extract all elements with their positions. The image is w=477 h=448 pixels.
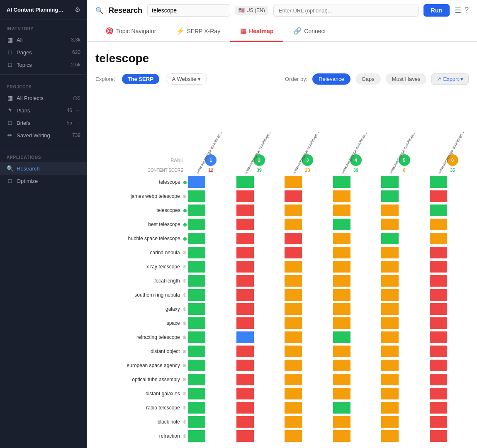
keyword-plus-btn[interactable]: ⊕ [183, 363, 187, 368]
keyword-plus-btn[interactable]: ⊕ [183, 377, 187, 382]
sidebar-item-research[interactable]: 🔍 Research [0, 162, 87, 175]
keyword-plus-btn[interactable]: ⊕ [183, 348, 187, 354]
heatmap-container: www.magicpage.com/blogs... www.magicpage… [95, 91, 469, 443]
run-button[interactable]: Run [423, 4, 450, 17]
heat-cell-4-0 [187, 231, 235, 246]
must-haves-btn[interactable]: Must Haves [386, 73, 427, 85]
sidebar-item-saved-writing-count: 739 [72, 132, 80, 138]
keyword-plus-btn[interactable]: ⊕ [183, 320, 187, 326]
website-btn[interactable]: A Website ▾ [166, 73, 207, 85]
sidebar-item-research-label: Research [17, 166, 80, 172]
heat-cell-18-0 [187, 429, 235, 443]
keyword-row-8: southern ring nebula ⊕ [95, 288, 469, 302]
sidebar-item-topics[interactable]: □ Topics 2.6k [0, 58, 87, 71]
tab-connect[interactable]: 🔗 Connect [283, 21, 336, 42]
serp-xray-icon: ⚡ [176, 27, 185, 35]
tab-heatmap-label: Heatmap [249, 28, 273, 34]
heat-cell-17-1 [235, 415, 284, 429]
sidebar-item-briefs[interactable]: □ Briefs 55 → [0, 117, 87, 129]
heat-cell-7-2 [283, 274, 332, 288]
keyword-plus-btn[interactable]: ⊕ [183, 433, 187, 439]
heat-block [429, 274, 448, 287]
keyword-label-13: european space agency ⊕ [95, 358, 187, 373]
heat-cell-6-4 [380, 260, 428, 274]
heat-cell-6-3 [332, 260, 380, 274]
heat-block [332, 302, 351, 316]
gaps-btn[interactable]: Gaps [355, 73, 381, 85]
heat-cell-14-1 [235, 373, 284, 387]
heat-cell-8-1 [235, 288, 284, 302]
heat-cell-16-2 [283, 401, 332, 415]
keyword-row-17: black hole ⊕ [95, 415, 469, 429]
keyword-plus-btn[interactable]: ⊕ [183, 278, 187, 284]
sidebar-item-pages[interactable]: □ Pages 620 [0, 46, 87, 58]
tab-serp-xray[interactable]: ⚡ SERP X-Ray [166, 21, 231, 42]
heat-block [380, 359, 399, 372]
keyword-row-16: radio telescope ⊕ [95, 401, 469, 415]
heat-cell-4-3 [332, 231, 380, 246]
gear-icon[interactable]: ⚙ [75, 6, 80, 14]
tab-serp-xray-label: SERP X-Ray [187, 28, 221, 34]
heat-block [284, 317, 303, 330]
heat-cell-11-5 [428, 330, 469, 344]
heat-cell-12-1 [235, 344, 284, 358]
keyword-plus-btn[interactable]: ⊕ [183, 193, 187, 199]
heat-block [284, 387, 303, 400]
heat-block [429, 317, 448, 330]
export-btn[interactable]: ↗ Export ▾ [431, 73, 469, 85]
heat-block [284, 331, 303, 344]
heat-cell-14-5 [428, 373, 469, 387]
briefs-arrow: → [75, 120, 80, 126]
keyword-plus-btn[interactable]: ⊕ [183, 419, 187, 425]
sidebar-item-saved-writing[interactable]: ✏ Saved Writing 739 [0, 129, 87, 141]
heat-block [284, 175, 303, 189]
heat-block [187, 175, 206, 189]
keyword-plus-btn[interactable]: ⊕ [183, 264, 187, 270]
heat-block [332, 274, 351, 287]
sidebar-item-plans[interactable]: # Plans 46 → [0, 104, 87, 117]
heat-cell-3-3 [332, 217, 380, 231]
tab-heatmap[interactable]: ▦ Heatmap [230, 21, 283, 42]
keyword-row-0: telescope [95, 175, 469, 189]
relevance-btn[interactable]: Relevance [312, 73, 350, 85]
heat-block [284, 345, 303, 358]
search-input[interactable] [147, 4, 230, 17]
serp-btn[interactable]: The SERP [122, 74, 159, 84]
heat-block [236, 190, 255, 203]
sidebar-item-all[interactable]: ▦ All 3.3k [0, 34, 87, 46]
heat-cell-0-0 [187, 175, 235, 189]
tab-topic-navigator[interactable]: 🎯 Topic Navigator [95, 21, 166, 42]
heat-block [284, 218, 303, 231]
heat-block [236, 373, 255, 386]
keyword-plus-btn[interactable]: ⊕ [183, 292, 187, 298]
heat-cell-4-2 [283, 231, 332, 246]
heat-cell-3-5 [428, 217, 469, 231]
keyword-label-16: radio telescope ⊕ [95, 401, 187, 415]
keyword-label-0: telescope [95, 175, 187, 189]
heat-cell-10-1 [235, 316, 284, 330]
sidebar: AI Content Planning an... ⚙ INVENTORY ▦ … [0, 0, 87, 448]
keyword-plus-btn[interactable]: ⊕ [183, 306, 187, 312]
heat-cell-2-3 [332, 203, 380, 217]
help-icon[interactable]: ? [465, 6, 469, 15]
heat-cell-17-2 [283, 415, 332, 429]
heat-block [187, 274, 206, 287]
url-input[interactable] [273, 5, 419, 17]
keyword-plus-btn[interactable]: ⊕ [183, 391, 187, 397]
heat-cell-5-5 [428, 246, 469, 260]
keyword-plus-btn[interactable]: ⊕ [183, 405, 187, 411]
heat-block [332, 260, 351, 273]
sidebar-item-optimize[interactable]: □ Optimize [0, 175, 87, 187]
rank-cell-4: 5 [380, 153, 428, 167]
sidebar-item-all-projects[interactable]: ▦ All Projects 739 [0, 92, 87, 104]
heat-cell-12-2 [283, 344, 332, 358]
locale-selector[interactable]: 🇺🇸 US (EN) [235, 6, 268, 15]
keyword-plus-btn[interactable]: ⊕ [183, 250, 187, 256]
keyword-plus-btn[interactable]: ⊕ [183, 334, 187, 340]
doc-icon[interactable]: ☰ [455, 6, 461, 15]
heat-block [380, 260, 399, 273]
heat-block [187, 232, 206, 245]
heat-cell-10-0 [187, 316, 235, 330]
research-icon: 🔍 [7, 165, 13, 172]
heat-cell-6-2 [283, 260, 332, 274]
